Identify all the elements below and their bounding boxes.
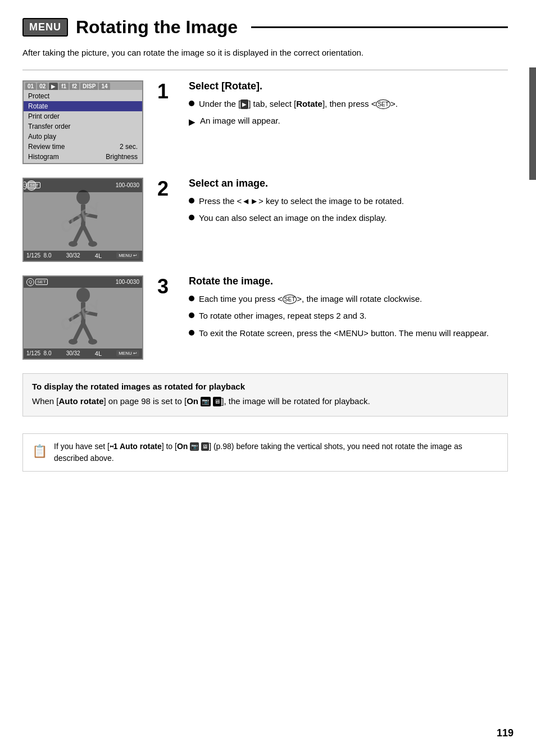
- step-1-bullet-2: ▶ An image will appear.: [189, 115, 508, 129]
- auto-rotate-bold: Auto rotate: [59, 396, 104, 406]
- monitor-icon-footer: 🖥: [201, 442, 209, 451]
- auto-rotate-custom-bold: ꟷ1 Auto rotate: [110, 442, 162, 451]
- menu-item-protect: Protect: [24, 91, 142, 101]
- playback-overlay-bottom-1: 1/125 8.0 30/32 4L MENU ↩: [24, 251, 142, 261]
- set-symbol-3: SET: [283, 295, 297, 304]
- step-1-row: 01 02 ▶ f1 f2 DISP 14 Protect Rotate Pri…: [22, 80, 508, 164]
- step-2-number: 2: [157, 179, 178, 199]
- camera-tabs: 01 02 ▶ f1 f2 DISP 14: [24, 82, 142, 90]
- histogram-label: Histogram: [28, 153, 59, 161]
- svg-point-17: [69, 339, 78, 345]
- step-1-bullet-1: Under the [▶] tab, select [Rotate], then…: [189, 98, 508, 111]
- menu-item-transfer-order: Transfer order: [24, 121, 142, 132]
- svg-point-8: [88, 241, 97, 247]
- camera-icon: 📷: [201, 397, 211, 407]
- tab-02: 02: [37, 83, 48, 90]
- step-3-bullet-3: To exit the Rotate screen, press the <ME…: [189, 327, 508, 340]
- step-1-bullet-2-text: An image will appear.: [200, 115, 280, 128]
- quality-icon-2: 4L: [95, 350, 102, 357]
- playback-overlay-top-2: Q SET 100-0030: [24, 277, 142, 288]
- page-title: Rotating the Image: [76, 17, 238, 38]
- on-bold: On: [187, 396, 198, 406]
- soccer-player-svg: COPY: [47, 186, 120, 253]
- tab-disp: DISP: [80, 83, 98, 90]
- shutter-aperture-1: 1/125 8.0: [26, 252, 51, 259]
- step-3-bullet-1: Each time you press <SET>, the image wil…: [189, 293, 508, 306]
- playback-overlay-bottom-2: 1/125 8.0 30/32 4L MENU ↩: [24, 348, 142, 359]
- step-2-content: Select an image. Press the <◄►> key to s…: [189, 178, 508, 229]
- arrow-icon: ▶: [189, 116, 196, 129]
- menu-btn-2: MENU ↩: [116, 350, 139, 356]
- shutter-aperture-2: 1/125 8.0: [26, 350, 51, 356]
- footer-note-text: If you have set [ꟷ1 Auto rotate] to [On …: [54, 441, 498, 464]
- monitor-icon: 🖥: [213, 397, 221, 407]
- note-icon: 📋: [32, 442, 47, 464]
- step-2-bullet-1-text: Press the <◄►> key to select the image t…: [199, 195, 404, 208]
- q-icon: Q: [22, 182, 27, 189]
- tab-01: 01: [25, 83, 36, 90]
- camera-menu: 01 02 ▶ f1 f2 DISP 14 Protect Rotate Pri…: [22, 80, 143, 164]
- soccer-player-svg-2: COPY: [47, 284, 120, 351]
- bullet-circle-3a: [189, 296, 194, 301]
- step-2-bullets: Press the <◄►> key to select the image t…: [189, 195, 508, 225]
- note-text: When [Auto rotate] on page 98 is set to …: [32, 395, 498, 408]
- step-2-bullet-2: You can also select an image on the inde…: [189, 212, 508, 225]
- step-3-bullets: Each time you press <SET>, the image wil…: [189, 293, 508, 340]
- step-3-image: COPY Q SET 100-0030 1/125 8.0 30/32 4L M…: [22, 275, 146, 360]
- note-heading: To display the rotated images as rotated…: [32, 382, 498, 391]
- step-2-bullet-1: Press the <◄►> key to select the image t…: [189, 195, 508, 208]
- bullet-circle-2b: [189, 215, 194, 220]
- bullet-circle-3c: [189, 330, 194, 336]
- on-bold-footer: On: [177, 442, 188, 451]
- histogram-value: Brightness: [106, 153, 138, 161]
- menu-item-print-order: Print order: [24, 111, 142, 121]
- playback-img-2: COPY Q SET 100-0030 1/125 8.0 30/32 4L M…: [22, 275, 143, 360]
- menu-item-histogram: Histogram Brightness: [24, 152, 142, 162]
- camera-icon-footer: 📷: [190, 442, 199, 451]
- step-2-image: COPY Q SET 100-0030 1/125 8.0 30/32 4L M…: [22, 178, 146, 262]
- page-title-row: MENU Rotating the Image: [22, 17, 508, 38]
- playback-img-1: COPY Q SET 100-0030 1/125 8.0 30/32 4L M…: [22, 178, 143, 262]
- step-1-image: 01 02 ▶ f1 f2 DISP 14 Protect Rotate Pri…: [22, 80, 146, 164]
- frame-count-2: 30/32: [66, 350, 80, 356]
- tab-play: ▶: [49, 83, 58, 90]
- camera-menu-body: Protect Rotate Print order Transfer orde…: [24, 90, 142, 163]
- step-3-bullet-1-text: Each time you press <SET>, the image wil…: [199, 293, 422, 306]
- play-tab-icon: ▶: [240, 99, 248, 109]
- bullet-circle-3b: [189, 313, 194, 318]
- bullet-circle-icon: [189, 101, 194, 106]
- svg-point-7: [69, 241, 78, 247]
- frame-number-2: 100-0030: [116, 279, 139, 285]
- step-3-number: 3: [157, 277, 178, 297]
- quality-icon-1: 4L: [95, 252, 102, 259]
- review-time-value: 2 sec.: [120, 143, 138, 151]
- menu-item-rotate: Rotate: [24, 101, 142, 111]
- menu-badge: MENU: [22, 18, 68, 37]
- menu-item-review-time: Review time 2 sec.: [24, 142, 142, 152]
- bullet-circle-2a: [189, 198, 194, 203]
- tab-f2: f2: [70, 83, 79, 90]
- menu-btn-1: MENU ↩: [116, 252, 139, 259]
- set-badge-2: Q SET: [26, 278, 48, 286]
- review-time-label: Review time: [28, 143, 65, 151]
- frame-count-1: 30/32: [66, 252, 80, 259]
- title-line: [251, 26, 508, 28]
- step-2-row: COPY Q SET 100-0030 1/125 8.0 30/32 4L M…: [22, 178, 508, 262]
- frame-number-1: 100-0030: [116, 182, 139, 188]
- step-3-bullet-2: To rotate other images, repeat steps 2 a…: [189, 310, 508, 323]
- step-1-bullet-1-text: Under the [▶] tab, select [Rotate], then…: [199, 98, 398, 111]
- playback-overlay-top-1: Q SET 100-0030: [24, 179, 142, 192]
- tab-14: 14: [99, 83, 110, 90]
- step-1-content: Select [Rotate]. Under the [▶] tab, sele…: [189, 80, 508, 133]
- svg-point-18: [88, 339, 97, 345]
- step-3-heading: Rotate the image.: [189, 275, 508, 287]
- sidebar-bar: [529, 67, 536, 180]
- step-1-heading: Select [Rotate].: [189, 80, 508, 92]
- set-icon: SET: [28, 182, 40, 188]
- step-1-bullets: Under the [▶] tab, select [Rotate], then…: [189, 98, 508, 129]
- step-2-heading: Select an image.: [189, 178, 508, 189]
- footer-note: 📋 If you have set [ꟷ1 Auto rotate] to [O…: [22, 433, 508, 472]
- set-icon-2: SET: [35, 279, 48, 285]
- page-number: 119: [497, 727, 514, 739]
- set-symbol: SET: [376, 99, 390, 109]
